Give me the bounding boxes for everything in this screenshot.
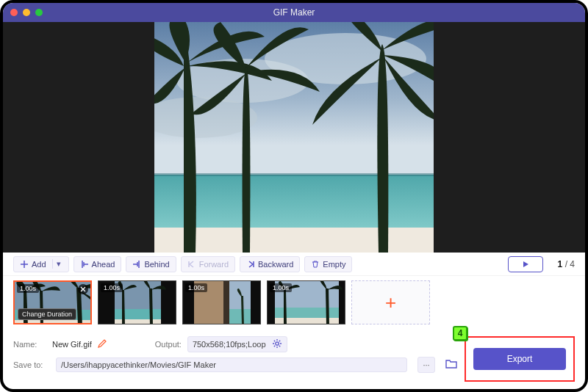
export-highlight: 4 Export [465,336,575,382]
more-icon: ··· [423,360,429,369]
app-window: GIF Maker [0,0,588,392]
ahead-icon [80,260,89,269]
add-frame-slot[interactable]: + [351,280,430,324]
export-button[interactable]: Export [473,348,566,370]
remove-frame-button[interactable] [78,284,88,294]
svg-rect-4 [154,175,434,228]
forward-icon [187,260,196,269]
forward-label: Forward [199,260,229,269]
behind-icon [132,260,141,269]
output-settings: Name: New Gif.gif Output: 750x568;10fps;… [13,336,457,382]
preview-image [154,22,434,253]
pencil-icon [98,339,107,348]
frame-duration: 1.00s [185,283,207,292]
frame-duration: 1.00s [101,283,123,292]
folder-icon [445,358,457,369]
window-title: GIF Maker [3,7,585,18]
backward-button[interactable]: Backward [240,256,300,272]
edit-name-button[interactable] [98,339,107,350]
save-path-more-button[interactable]: ··· [417,357,435,373]
preview-area [3,22,585,253]
play-icon [522,261,529,268]
frame-toolbar: Add ▾ Ahead Behind Forward Backward [3,253,585,276]
dropdown-caret-icon[interactable]: ▾ [52,259,62,269]
plus-icon: + [385,291,396,314]
svg-point-24 [275,342,278,345]
behind-label: Behind [144,260,169,269]
svg-rect-5 [154,173,434,176]
save-path-box: /Users/ihappyacethinker/Movies/GIF Maker [56,357,407,372]
add-button[interactable]: Add ▾ [13,256,69,272]
backward-icon [246,260,255,269]
save-path-value: /Users/ihappyacethinker/Movies/GIF Maker [61,360,216,369]
total-frames: 4 [570,259,575,269]
svg-rect-12 [115,309,161,319]
svg-rect-13 [115,319,161,324]
backward-label: Backward [258,260,293,269]
frame-thumbnail[interactable]: 1.00s Change Duration [13,280,92,324]
close-icon [80,286,86,292]
name-value: New Gif.gif [52,340,92,349]
ahead-label: Ahead [92,260,115,269]
frame-duration: 1.00s [270,283,292,292]
output-settings-box[interactable]: 750x568;10fps;Loop [187,336,287,352]
step-badge: 4 [453,326,467,341]
output-label: Output: [155,340,182,349]
output-value: 750x568;10fps;Loop [193,340,266,349]
output-settings-button[interactable] [272,338,282,350]
frames-strip: 1.00s Change Duration 1.00s 1.00s 1.00s … [3,276,585,333]
save-label: Save to: [13,360,50,369]
svg-rect-18 [229,281,251,309]
add-label: Add [32,260,46,269]
frame-thumbnail[interactable]: 1.00s [182,280,261,324]
name-label: Name: [13,340,46,349]
empty-button[interactable]: Empty [304,256,352,272]
empty-label: Empty [323,260,345,269]
bottom-panel: Name: New Gif.gif Output: 750x568;10fps;… [3,333,585,389]
behind-button[interactable]: Behind [126,256,176,272]
trash-icon [311,260,320,269]
play-button[interactable] [508,256,543,272]
forward-button[interactable]: Forward [181,256,235,272]
svg-rect-19 [229,309,251,324]
frame-thumbnail[interactable]: 1.00s [267,280,345,324]
open-folder-button[interactable] [445,358,457,371]
frame-thumbnail[interactable]: 1.00s [98,280,176,324]
gear-icon [272,338,282,349]
ahead-button[interactable]: Ahead [74,256,122,272]
frame-counter: 1 / 4 [558,259,575,269]
plus-icon [20,260,29,269]
title-bar: GIF Maker [3,3,585,22]
frame-duration: 1.00s [17,284,39,293]
svg-rect-6 [154,228,434,253]
change-duration-button[interactable]: Change Duration [18,308,76,320]
svg-rect-17 [223,281,229,324]
